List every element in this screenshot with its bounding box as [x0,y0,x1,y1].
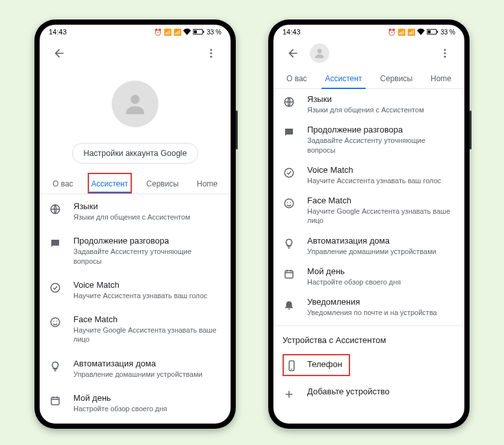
profile-avatar-small[interactable] [310,44,329,63]
item-sub: Научите Ассистента узнавать ваш голос [73,291,221,300]
highlight-box: Телефон [283,354,350,376]
status-icons: ⏰ 📶 📶 33 % [154,29,221,36]
bell-icon [283,298,296,311]
svg-point-24 [290,202,292,203]
svg-point-3 [210,49,212,51]
item-title: Языки [307,94,455,104]
item-my-day[interactable]: Мой деньНастройте обзор своего дня [40,386,231,420]
item-sub: Научите Google Ассистента узнавать ваше … [307,207,455,225]
plus-icon [283,388,296,401]
item-home-automation[interactable]: Автоматизация домаУправление домашними у… [40,351,231,386]
check-circle-icon [49,281,62,294]
check-circle-icon [283,166,296,179]
svg-point-6 [131,95,140,104]
back-button[interactable] [47,42,71,65]
item-sub: Настройте обзор своего дня [73,404,221,413]
item-title: Voice Match [73,280,221,290]
item-notifications[interactable]: УведомленияУведомления по почте и на уст… [273,292,464,322]
item-face-match[interactable]: Face MatchНаучите Google Ассистента узна… [273,190,464,231]
svg-point-19 [444,56,446,58]
tab-assistant[interactable]: Ассистент [88,173,132,194]
google-account-settings-button[interactable]: Настройки аккаунта Google [72,143,197,164]
app-bar [40,39,231,68]
wifi-icon [417,29,425,35]
screen: 14:43 ⏰ 📶 📶 33 % [40,25,231,424]
more-button[interactable] [433,42,457,65]
tab-services[interactable]: Сервисы [142,173,183,194]
tabs: О вас Ассистент Сервисы Home [40,173,231,194]
svg-point-22 [284,199,294,208]
settings-list: ЯзыкиЯзыки для общения с Ассистентом Про… [40,194,231,424]
battery-icon [427,29,438,35]
item-sub: Научите Ассистента узнавать ваш голос [307,176,455,185]
signal-icon: 📶 [173,29,181,36]
profile-avatar [112,81,158,127]
battery-pct: 33 % [207,29,221,36]
more-button[interactable] [199,42,223,65]
item-title: Мой день [73,393,221,403]
svg-point-4 [210,53,212,55]
svg-rect-14 [437,31,438,33]
item-voice-match[interactable]: Voice MatchНаучите Ассистента узнавать в… [273,160,464,190]
item-title: Продолжение разговора [73,236,221,246]
battery-pct: 33 % [440,29,455,36]
item-add-device[interactable]: Добавьте устройство [273,381,464,406]
svg-point-8 [51,283,60,292]
item-sub: Задавайте Ассистенту уточняющие вопросы [307,136,455,155]
item-sub: Задавайте Ассистенту уточняющие вопросы [73,247,221,266]
svg-point-17 [444,49,446,51]
tab-services[interactable]: Сервисы [376,68,416,88]
tab-home[interactable]: Home [427,68,455,88]
item-sub: Управление домашними устройствами [73,370,221,379]
item-phone[interactable]: Телефон [273,349,464,381]
alarm-icon: ⏰ [154,29,162,36]
item-continued-conversation[interactable]: Продолжение разговораЗадавайте Ассистент… [40,229,231,273]
item-languages[interactable]: ЯзыкиЯзыки для общения с Ассистентом [40,194,231,229]
item-voice-match[interactable]: Voice MatchНаучите Ассистента узнавать в… [40,273,231,307]
item-title: Face Match [307,196,455,205]
item-sub: Языки для общения с Ассистентом [73,212,221,222]
item-title: Добавьте устройство [307,387,455,396]
lightbulb-icon [49,360,62,373]
item-sub: Управление домашними устройствами [307,247,455,256]
globe-icon [49,203,62,216]
status-bar: 14:43 ⏰ 📶 📶 33 % [273,25,464,39]
status-time: 14:43 [283,28,301,36]
face-icon [49,316,62,329]
svg-rect-15 [428,31,431,34]
tab-assistant[interactable]: Ассистент [321,68,366,88]
status-bar: 14:43 ⏰ 📶 📶 33 % [40,25,231,39]
item-home-automation[interactable]: Автоматизация домаУправление домашними у… [273,231,464,261]
item-title: Voice Match [307,165,455,175]
screen: 14:43 ⏰ 📶 📶 33 % [273,25,464,424]
status-icons: ⏰ 📶 📶 33 % [388,29,455,36]
globe-icon [283,95,296,108]
signal-icon: 📶 [164,29,171,36]
tab-home[interactable]: Home [193,173,221,194]
calendar-icon [283,268,296,281]
svg-point-11 [57,321,58,322]
item-sub: Научите Google Ассистента узнавать ваше … [73,325,221,344]
item-continued-conversation[interactable]: Продолжение разговораЗадавайте Ассистент… [273,120,464,160]
phone-icon [285,359,298,372]
item-title: Телефон [307,359,342,369]
item-my-day[interactable]: Мой деньНастройте обзор своего дня [273,261,464,292]
wifi-icon [183,29,191,35]
svg-rect-1 [203,31,205,33]
item-title: Face Match [73,314,221,324]
tab-about[interactable]: О вас [49,173,77,194]
tab-about[interactable]: О вас [283,68,311,88]
battery-icon [193,29,205,35]
status-time: 14:43 [49,28,67,36]
item-sub: Настройте обзор своего дня [307,277,455,286]
svg-point-18 [444,53,446,55]
item-languages[interactable]: ЯзыкиЯзыки для общения с Ассистентом [273,89,464,120]
item-face-match[interactable]: Face MatchНаучите Google Ассистента узна… [40,307,231,351]
section-devices: Устройства с Ассистентом [273,325,464,349]
svg-rect-12 [51,398,59,405]
back-button[interactable] [281,42,305,65]
face-icon [283,197,296,210]
tabs: О вас Ассистент Сервисы Home [273,68,464,89]
svg-point-9 [51,318,60,327]
svg-rect-25 [285,271,293,278]
